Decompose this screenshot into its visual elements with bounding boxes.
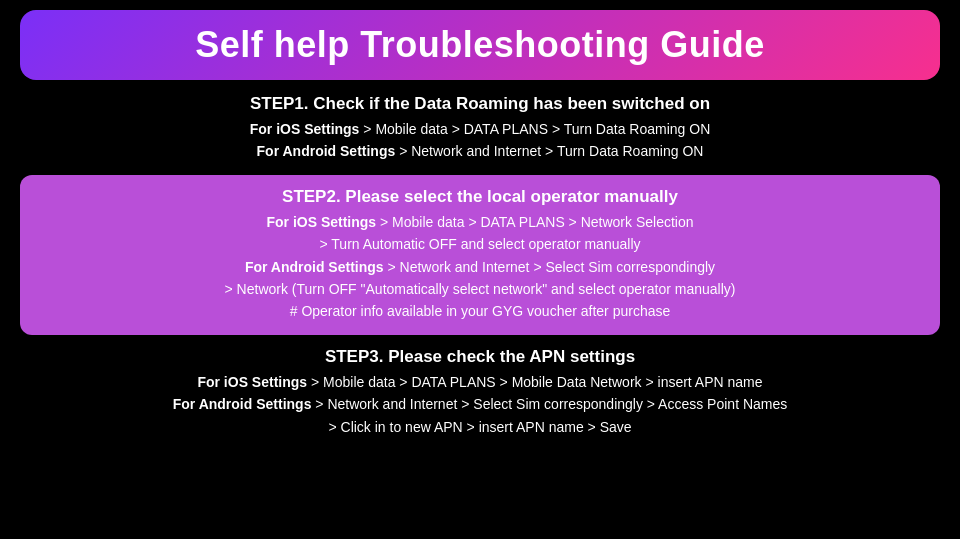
step2-section: STEP2. Please select the local operator … xyxy=(20,175,940,335)
step3-line1: For iOS Settings > Mobile data > DATA PL… xyxy=(20,371,940,393)
step3-section: STEP3. Please check the APN settings For… xyxy=(20,347,940,438)
step2-ios-label: For iOS Settings xyxy=(266,214,376,230)
step1-section: STEP1. Check if the Data Roaming has bee… xyxy=(20,94,940,163)
step3-android-label: For Android Settings xyxy=(173,396,312,412)
step1-ios-label: For iOS Settings xyxy=(250,121,360,137)
step2-android-text: > Network and Internet > Select Sim corr… xyxy=(384,259,716,275)
step1-android-label: For Android Settings xyxy=(257,143,396,159)
step1-line2: For Android Settings > Network and Inter… xyxy=(20,140,940,162)
step2-android-label: For Android Settings xyxy=(245,259,384,275)
step2-line4: > Network (Turn OFF "Automatically selec… xyxy=(40,278,920,300)
page-title: Self help Troubleshooting Guide xyxy=(195,24,765,65)
step1-android-text: > Network and Internet > Turn Data Roami… xyxy=(395,143,703,159)
step3-line3: > Click in to new APN > insert APN name … xyxy=(20,416,940,438)
title-banner: Self help Troubleshooting Guide xyxy=(20,10,940,80)
step2-line1: For iOS Settings > Mobile data > DATA PL… xyxy=(40,211,920,233)
step3-android-text: > Network and Internet > Select Sim corr… xyxy=(311,396,787,412)
step2-title: STEP2. Please select the local operator … xyxy=(40,187,920,207)
step2-line5: # Operator info available in your GYG vo… xyxy=(40,300,920,322)
step2-ios-text: > Mobile data > DATA PLANS > Network Sel… xyxy=(376,214,693,230)
step1-title: STEP1. Check if the Data Roaming has bee… xyxy=(20,94,940,114)
step3-line2: For Android Settings > Network and Inter… xyxy=(20,393,940,415)
step3-title: STEP3. Please check the APN settings xyxy=(20,347,940,367)
step2-line2: > Turn Automatic OFF and select operator… xyxy=(40,233,920,255)
step1-line1: For iOS Settings > Mobile data > DATA PL… xyxy=(20,118,940,140)
step2-line3: For Android Settings > Network and Inter… xyxy=(40,256,920,278)
step1-ios-text: > Mobile data > DATA PLANS > Turn Data R… xyxy=(359,121,710,137)
step3-ios-label: For iOS Settings xyxy=(197,374,307,390)
step3-ios-text: > Mobile data > DATA PLANS > Mobile Data… xyxy=(307,374,762,390)
